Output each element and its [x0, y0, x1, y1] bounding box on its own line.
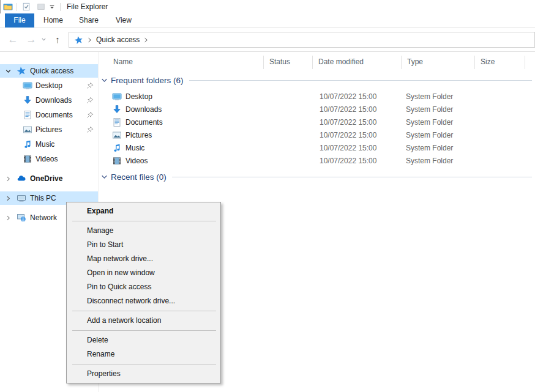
downloads-icon: [23, 95, 32, 105]
sidebar-item-downloads[interactable]: Downloads: [0, 94, 98, 107]
breadcrumb-chevron-icon[interactable]: [144, 37, 148, 43]
chevron-right-icon[interactable]: [5, 215, 12, 221]
up-button[interactable]: ↑: [50, 28, 65, 51]
menu-item-expand[interactable]: Expand: [67, 204, 220, 218]
breadcrumb-chevron-icon[interactable]: [88, 37, 92, 43]
chevron-down-icon[interactable]: [5, 68, 12, 75]
new-folder-icon[interactable]: [36, 1, 47, 12]
file-date-modified: 10/07/2022 15:00: [320, 116, 376, 129]
file-name: Videos: [125, 155, 148, 168]
sidebar-item-label: Videos: [36, 152, 58, 166]
file-name: Documents: [125, 116, 163, 129]
sidebar-item-label: Quick access: [30, 64, 73, 78]
file-date-modified: 10/07/2022 15:00: [320, 103, 376, 116]
chevron-down-icon[interactable]: [100, 173, 108, 181]
menu-item-map-network-drive[interactable]: Map network drive...: [67, 252, 220, 266]
tab-file[interactable]: File: [5, 13, 34, 28]
file-date-modified: 10/07/2022 15:00: [320, 142, 376, 155]
quick-access-star-icon: [74, 35, 83, 45]
file-row-downloads[interactable]: Downloads 10/07/2022 15:00 System Folder: [98, 103, 535, 116]
menu-item-manage[interactable]: Manage: [67, 224, 220, 238]
properties-icon[interactable]: [21, 1, 32, 12]
recent-locations-dropdown-icon[interactable]: [39, 28, 48, 51]
documents-icon: [23, 110, 32, 120]
file-name: Downloads: [125, 103, 162, 116]
group-header-label: Frequent folders (6): [111, 76, 184, 85]
file-row-desktop[interactable]: Desktop 10/07/2022 15:00 System Folder: [98, 91, 535, 103]
group-header-label: Recent files (0): [111, 172, 166, 182]
music-icon: [112, 143, 122, 153]
sidebar-item-onedrive[interactable]: OneDrive: [0, 172, 98, 185]
customize-quick-access-dropdown-icon[interactable]: [48, 1, 56, 12]
breadcrumb-item-quick-access[interactable]: Quick access: [96, 35, 140, 44]
file-row-documents[interactable]: Documents 10/07/2022 15:00 System Folder: [98, 116, 535, 129]
sidebar-item-label: This PC: [30, 191, 56, 205]
sidebar-item-pictures[interactable]: Pictures: [0, 123, 98, 136]
tab-share[interactable]: Share: [72, 13, 105, 28]
desktop-icon: [112, 92, 122, 102]
sidebar-item-label: Desktop: [36, 79, 62, 92]
column-header-type[interactable]: Type: [407, 54, 423, 69]
menu-separator: [72, 330, 216, 331]
file-row-music[interactable]: Music 10/07/2022 15:00 System Folder: [98, 142, 535, 155]
menu-item-add-network-location[interactable]: Add a network location: [67, 314, 220, 328]
column-header-name[interactable]: Name: [113, 54, 133, 69]
window-title: File Explorer: [67, 2, 108, 11]
column-resize-handle[interactable]: [474, 56, 475, 69]
file-type: System Folder: [406, 142, 453, 155]
menu-item-delete[interactable]: Delete: [67, 333, 220, 347]
pictures-icon: [112, 130, 122, 140]
back-button[interactable]: ←: [5, 28, 21, 51]
pin-icon: [86, 82, 94, 89]
group-header-frequent-folders[interactable]: Frequent folders (6): [100, 74, 532, 86]
column-resize-handle[interactable]: [263, 56, 264, 69]
downloads-icon: [112, 105, 122, 114]
sidebar-item-label: Downloads: [36, 94, 72, 107]
desktop-icon: [23, 81, 32, 91]
sidebar-item-videos[interactable]: Videos: [0, 152, 98, 166]
pin-icon: [86, 126, 94, 133]
chevron-right-icon[interactable]: [5, 195, 12, 202]
menu-item-pin-to-start[interactable]: Pin to Start: [67, 238, 220, 252]
menu-item-open-in-new-window[interactable]: Open in new window: [67, 266, 220, 280]
file-date-modified: 10/07/2022 15:00: [320, 155, 376, 168]
chevron-down-icon[interactable]: [100, 76, 108, 84]
file-row-pictures[interactable]: Pictures 10/07/2022 15:00 System Folder: [98, 129, 535, 142]
menu-separator: [72, 311, 216, 311]
sidebar-item-music[interactable]: Music: [0, 138, 98, 151]
menu-item-disconnect-network-drive[interactable]: Disconnect network drive...: [67, 294, 220, 308]
sidebar-item-quick-access[interactable]: Quick access: [0, 64, 98, 78]
menu-item-properties[interactable]: Properties: [67, 367, 220, 381]
menu-item-rename[interactable]: Rename: [67, 347, 220, 361]
videos-icon: [23, 154, 32, 164]
column-resize-handle[interactable]: [401, 56, 402, 69]
address-bar[interactable]: Quick access: [69, 32, 535, 48]
file-type: System Folder: [406, 155, 453, 168]
menu-separator: [72, 221, 216, 221]
sidebar-item-label: Documents: [36, 108, 73, 122]
forward-button[interactable]: →: [23, 28, 39, 51]
toolbar-separator: [17, 3, 17, 11]
file-row-videos[interactable]: Videos 10/07/2022 15:00 System Folder: [98, 155, 535, 168]
tab-home[interactable]: Home: [37, 13, 70, 28]
chevron-right-icon[interactable]: [5, 176, 12, 182]
sidebar-item-desktop[interactable]: Desktop: [0, 79, 98, 92]
column-header-size[interactable]: Size: [481, 54, 495, 69]
column-header-date-modified[interactable]: Date modified: [318, 54, 364, 69]
column-header-status[interactable]: Status: [269, 54, 290, 69]
music-icon: [23, 139, 32, 149]
sidebar-item-documents[interactable]: Documents: [0, 108, 98, 122]
menu-item-pin-to-quick-access[interactable]: Pin to Quick access: [67, 280, 220, 294]
column-resize-handle[interactable]: [312, 56, 313, 69]
documents-icon: [112, 117, 122, 127]
group-header-recent-files[interactable]: Recent files (0): [100, 171, 532, 183]
file-explorer-window: File Explorer File Home Share View ← → ↑…: [0, 0, 535, 392]
column-resize-handle[interactable]: [525, 56, 525, 69]
file-name: Music: [125, 142, 144, 155]
sidebar-item-label: Network: [30, 211, 57, 224]
file-type: System Folder: [406, 91, 453, 103]
pin-icon: [86, 97, 94, 104]
tab-view[interactable]: View: [108, 13, 140, 28]
pin-icon: [86, 111, 94, 119]
navigation-bar: ← → ↑ Quick access: [0, 28, 535, 52]
